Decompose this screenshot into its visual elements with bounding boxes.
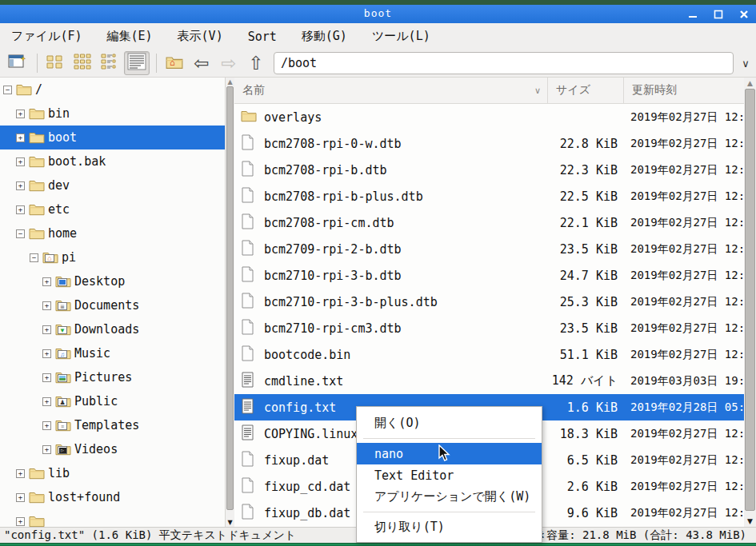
status-selection-info: "config.txt" (1.6 KiB) 平文テキストドキュメント <box>4 528 296 543</box>
context-menu-item-Text Editor[interactable]: Text Editor <box>357 464 542 486</box>
scroll-down-icon[interactable]: ▼ <box>226 519 234 526</box>
new-tab-button[interactable]: ✦ <box>5 51 30 75</box>
file-row-bcm2708-rpi-b-plus.dtb[interactable]: bcm2708-rpi-b-plus.dtb22.5 KiB2019年02月27… <box>234 183 744 209</box>
sidebar-item-etc[interactable]: +etc <box>0 197 225 221</box>
file-row-cmdline.txt[interactable]: cmdline.txt142 バイト2019年03月03日 19:54 <box>234 368 744 394</box>
file-modified: 2019年02月27日 12:55 <box>624 295 744 309</box>
expand-icon[interactable]: + <box>42 397 51 406</box>
file-row-bootcode.bin[interactable]: bootcode.bin51.1 KiB2019年02月27日 12:55 <box>234 341 744 368</box>
titlebar[interactable]: boot <box>0 5 756 23</box>
icon-view-button[interactable] <box>42 51 68 75</box>
expand-icon[interactable]: + <box>42 373 51 382</box>
expand-icon[interactable]: + <box>42 277 51 286</box>
menu-item-0[interactable]: ファイル(F) <box>10 26 84 46</box>
expand-icon[interactable]: + <box>42 349 51 358</box>
context-menu-item-アプリケーションで開く(W)[interactable]: アプリケーションで開く(W) <box>357 486 542 508</box>
file-list-scrollbar[interactable]: ▲ ▼ <box>744 78 756 527</box>
menubar: ファイル(F)編集(E)表示(V)Sort移動(G)ツール(L) <box>0 23 756 50</box>
sidebar-item-Videos[interactable]: +▷Videos <box>0 437 225 461</box>
collapse-icon[interactable]: − <box>16 229 25 238</box>
expand-icon[interactable]: + <box>16 157 25 166</box>
sidebar-item-Public[interactable]: +♟Public <box>0 389 225 413</box>
file-modified: 2019年02月27日 12:54 <box>624 506 744 520</box>
expand-icon[interactable]: + <box>16 517 25 526</box>
context-menu-item-切り取り(T)[interactable]: 切り取り(T) <box>357 516 542 538</box>
expand-icon[interactable]: + <box>42 421 51 430</box>
folder-icon <box>29 154 45 169</box>
compact-view-button[interactable] <box>97 51 122 75</box>
column-modified-label: 更新時刻 <box>632 83 677 98</box>
sidebar-scrollbar-thumb[interactable] <box>226 86 234 510</box>
thumbnail-view-button[interactable] <box>70 51 95 75</box>
sidebar-item-Desktop[interactable]: +Desktop <box>0 269 225 293</box>
window-title: boot <box>0 7 756 19</box>
file-icon <box>241 345 257 365</box>
context-menu-item-開く(O)[interactable]: 開く(O) <box>357 412 542 434</box>
file-size: 25.3 KiB <box>548 295 624 309</box>
expand-icon[interactable]: + <box>16 134 25 142</box>
file-row-bcm2708-rpi-0-w.dtb[interactable]: bcm2708-rpi-0-w.dtb22.8 KiB2019年02月27日 1… <box>234 130 744 157</box>
column-header-name[interactable]: 名前 ∨ <box>234 78 548 103</box>
sidebar-item-boot.bak[interactable]: +boot.bak <box>0 149 225 173</box>
menu-item-3[interactable]: Sort <box>246 27 278 46</box>
list-view-button[interactable] <box>124 51 150 75</box>
sidebar-item-lost+found[interactable]: +lost+found <box>0 485 225 509</box>
menu-item-1[interactable]: 編集(E) <box>106 26 154 46</box>
minimize-button[interactable] <box>686 7 700 22</box>
menu-item-2[interactable]: 表示(V) <box>176 26 225 46</box>
back-button[interactable]: ⇦ <box>189 51 214 75</box>
expand-icon[interactable]: + <box>42 301 51 310</box>
expand-icon[interactable]: + <box>16 469 25 478</box>
menu-item-4[interactable]: 移動(G) <box>300 26 349 46</box>
file-size: 51.1 KiB <box>548 348 624 362</box>
file-row-overlays[interactable]: overlays2019年02月27日 12:55 <box>234 104 744 130</box>
sidebar-item-pi[interactable]: −⌂pi <box>0 245 225 269</box>
scroll-up-icon[interactable]: ▲ <box>744 79 756 87</box>
expand-icon[interactable]: + <box>16 110 25 118</box>
expand-icon[interactable]: + <box>16 205 25 214</box>
sidebar-item-boot[interactable]: +boot <box>0 126 225 149</box>
sidebar-item-/[interactable]: −/ <box>0 78 225 102</box>
file-row-bcm2710-rpi-3-b.dtb[interactable]: bcm2710-rpi-3-b.dtb24.7 KiB2019年02月27日 1… <box>234 262 744 289</box>
file-row-bcm2710-rpi-3-b-plus.dtb[interactable]: bcm2710-rpi-3-b-plus.dtb25.3 KiB2019年02月… <box>234 289 744 315</box>
collapse-icon[interactable]: − <box>3 86 12 94</box>
sidebar-item-Music[interactable]: +♫Music <box>0 341 225 365</box>
column-header-size[interactable]: サイズ <box>548 78 624 103</box>
maximize-button[interactable] <box>711 7 726 22</box>
up-button[interactable]: ⇧ <box>243 51 269 75</box>
close-button[interactable] <box>737 7 751 22</box>
file-row-bcm2710-rpi-cm3.dtb[interactable]: bcm2710-rpi-cm3.dtb23.5 KiB2019年02月27日 1… <box>234 315 744 341</box>
sidebar-item-Documents[interactable]: +≣Documents <box>0 293 225 317</box>
expand-icon[interactable]: + <box>16 493 25 502</box>
expand-icon[interactable]: + <box>16 181 25 190</box>
file-row-bcm2708-rpi-cm.dtb[interactable]: bcm2708-rpi-cm.dtb22.1 KiB2019年02月27日 12… <box>234 209 744 236</box>
home-button[interactable]: ⌂ <box>162 51 187 75</box>
toolbar-separator <box>156 54 157 73</box>
folder-icon <box>29 178 45 193</box>
expand-icon[interactable]: + <box>42 325 51 334</box>
collapse-icon[interactable]: − <box>30 253 38 262</box>
sidebar-item-dev[interactable]: +dev <box>0 173 225 197</box>
sidebar-item-Pictures[interactable]: +Pictures <box>0 365 225 389</box>
sidebar-scrollbar[interactable]: ▲ ▼ <box>226 78 234 527</box>
path-input[interactable] <box>274 52 734 74</box>
sidebar-item-Downloads[interactable]: +▼Downloads <box>0 317 225 341</box>
scroll-down-icon[interactable]: ▼ <box>744 517 756 525</box>
file-row-bcm2709-rpi-2-b.dtb[interactable]: bcm2709-rpi-2-b.dtb23.5 KiB2019年02月27日 1… <box>234 236 744 262</box>
sidebar-item-Templates[interactable]: +≡Templates <box>0 413 225 437</box>
file-row-bcm2708-rpi-b.dtb[interactable]: bcm2708-rpi-b.dtb22.3 KiB2019年02月27日 12:… <box>234 157 744 183</box>
file-modified: 2019年02月27日 12:55 <box>624 242 744 257</box>
column-header-modified[interactable]: 更新時刻 <box>624 78 744 103</box>
sidebar-item-bin[interactable]: +bin <box>0 102 225 126</box>
file-size: 22.1 KiB <box>548 216 624 230</box>
menu-item-5[interactable]: ツール(L) <box>370 26 432 46</box>
scroll-up-icon[interactable]: ▲ <box>226 78 234 86</box>
path-dropdown-icon[interactable]: ∨ <box>737 58 754 70</box>
expand-icon[interactable]: + <box>42 445 51 454</box>
sidebar-item-lib[interactable]: +lib <box>0 461 225 485</box>
sidebar-item-home[interactable]: −home <box>0 221 225 245</box>
file-size: 23.5 KiB <box>548 321 624 336</box>
sidebar-item-partial[interactable]: + <box>0 509 225 527</box>
file-size: 22.8 KiB <box>548 137 624 151</box>
file-list-scrollbar-thumb[interactable] <box>745 89 755 511</box>
